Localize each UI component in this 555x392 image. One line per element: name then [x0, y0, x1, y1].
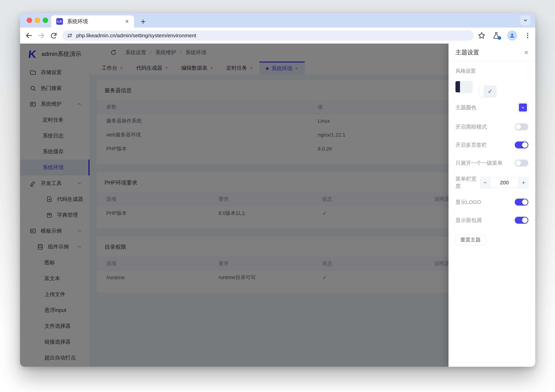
site-settings-icon	[67, 33, 73, 38]
browser-tab-strip: LA 系统环境 × +	[20, 13, 535, 28]
person-icon	[509, 33, 515, 38]
show-logo-row: 显示LOGO	[455, 198, 528, 206]
drawer-close-icon[interactable]: ×	[524, 49, 528, 56]
chevron-down-icon	[521, 105, 525, 109]
forward-button[interactable]	[37, 31, 45, 40]
back-arrow-icon	[25, 32, 33, 39]
decrease-button[interactable]: −	[480, 177, 490, 188]
style-settings-label: 风格设置	[455, 68, 528, 75]
dark-mode-row: 开启黑暗模式	[455, 123, 528, 131]
theme-color-picker[interactable]	[518, 102, 528, 113]
theme-settings-drawer: 主题设置 × 风格设置 ✓ 主题颜色	[448, 44, 535, 367]
menu-width-input[interactable]: 200	[490, 177, 518, 188]
url-text: php.likeadmin.cn/admin/setting/system/en…	[76, 33, 196, 38]
theme-color-row: 主题颜色	[455, 102, 528, 113]
drawer-header: 主题设置 ×	[448, 44, 535, 61]
drawer-title: 主题设置	[455, 48, 479, 57]
theme-color-label: 主题颜色	[455, 104, 476, 111]
notification-dot	[498, 36, 501, 40]
dark-mode-toggle[interactable]	[515, 123, 528, 130]
increase-button[interactable]: +	[518, 177, 528, 188]
new-tab-button[interactable]: +	[138, 16, 148, 27]
macos-close-button[interactable]	[27, 18, 32, 23]
style-options: ✓	[455, 81, 528, 92]
tab-close-icon[interactable]: ×	[125, 18, 129, 25]
browser-tab[interactable]: LA 系统环境 ×	[51, 15, 134, 28]
show-breadcrumb-row: 显示面包屑	[455, 216, 528, 225]
macos-minimize-button[interactable]	[35, 18, 40, 23]
multi-tab-row: 开启多页签栏	[455, 141, 528, 149]
single-menu-toggle[interactable]	[515, 160, 528, 167]
browser-toolbar: php.likeadmin.cn/admin/setting/system/en…	[20, 28, 535, 44]
back-button[interactable]	[25, 31, 33, 40]
browser-window: LA 系统环境 × + php.likeadmin.cn/admin/setti…	[20, 13, 535, 367]
browser-tab-title: 系统环境	[67, 18, 125, 25]
menu-width-stepper: − 200 +	[480, 177, 528, 188]
reload-button[interactable]	[50, 31, 58, 40]
show-breadcrumb-toggle[interactable]	[515, 217, 528, 224]
multi-tab-toggle[interactable]	[515, 141, 528, 148]
reset-theme-button[interactable]: 重置主题	[455, 234, 485, 245]
forward-arrow-icon	[37, 32, 45, 39]
chevron-down-icon	[523, 18, 528, 23]
style-option-light-sidebar[interactable]: ✓	[480, 86, 496, 97]
profile-avatar[interactable]	[507, 30, 517, 41]
macos-zoom-button[interactable]	[43, 18, 48, 23]
selected-check-icon: ✓	[484, 86, 496, 97]
bookmark-star-icon[interactable]	[478, 32, 485, 39]
style-option-dark-sidebar[interactable]	[455, 81, 472, 92]
tab-search-button[interactable]	[520, 15, 530, 25]
kebab-menu-icon[interactable]	[524, 32, 531, 39]
address-bar[interactable]: php.likeadmin.cn/admin/setting/system/en…	[62, 30, 474, 41]
show-logo-toggle[interactable]	[515, 199, 528, 206]
single-menu-row: 只展开一个一级菜单	[455, 159, 528, 167]
app-viewport: K admin系统演示 存储设置 热门搜索 系统维护 定时任务 系统日志 系统缓…	[20, 44, 535, 367]
reload-icon	[50, 32, 57, 39]
experiments-button[interactable]	[492, 32, 500, 39]
theme-color-swatch	[519, 103, 527, 111]
menu-width-row: 菜单栏宽度 − 200 +	[455, 177, 528, 188]
favicon: LA	[56, 18, 63, 25]
